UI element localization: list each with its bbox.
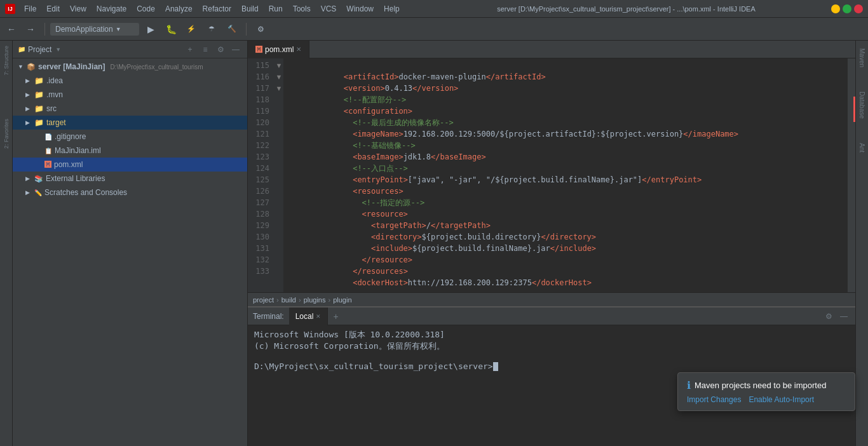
breadcrumb-sep-3: › [328,296,330,304]
maximize-button[interactable] [843,4,851,13]
server-icon: 📦 [27,63,36,71]
menu-refactor[interactable]: Refactor [198,2,236,16]
tab-pom-xml[interactable]: 🅼 pom.xml ✕ [248,41,309,58]
menu-navigate[interactable]: Navigate [92,2,132,16]
toolbar-separator-2 [246,23,247,36]
terminal-minimize-button[interactable]: — [837,310,850,323]
tree-target-arrow: ▶ [25,119,32,126]
tree-iml-file[interactable]: ▶ 📋 MaJinJian.iml [13,144,247,158]
mvn-folder-icon: 📁 [34,90,44,99]
tree-pom-file[interactable]: ▶ 🅼 pom.xml [13,158,247,172]
breadcrumb-project[interactable]: project [253,296,274,304]
terminal-prompt[interactable]: D:\MyProject\sx_cultrual_tourism_project… [254,362,849,371]
tree-root-path: D:\MyProject\sx_cultrual_tourism [110,64,203,71]
menu-bar: File Edit View Navigate Code Analyze Ref… [19,2,421,16]
terminal-settings-button[interactable]: ⚙ [822,310,835,323]
iml-icon: 📋 [44,147,52,154]
extlib-icon: 📚 [34,175,43,183]
pom-icon: 🅼 [44,161,51,168]
collapse-all-button[interactable]: ≡ [199,43,212,56]
breadcrumb-sep-2: › [299,296,301,304]
terminal-header: Terminal: Local ✕ + ⚙ — [248,307,855,325]
run-config-label: DemoApplication [55,25,113,34]
breadcrumb-plugins[interactable]: plugins [304,296,326,304]
tab-pom-label: pom.xml [265,45,294,54]
notification-title: Maven projects need to be imported [695,381,826,390]
tree-extlib-label: External Libraries [46,174,105,183]
code-gutter: ▼ ▼ ▼ [275,58,283,292]
ant-panel-btn[interactable]: Ant [857,138,867,158]
tree-src-folder[interactable]: ▶ 📁 src [13,102,247,116]
code-content[interactable]: <artifactId>docker-maven-plugin</artifac… [283,58,848,292]
debug-button[interactable]: 🐛 [162,20,180,38]
tree-mvn-folder[interactable]: ▶ 📁 .mvn [13,88,247,102]
breadcrumb-sep-1: › [276,296,279,304]
notification-links: Import Changes Enable Auto-Import [687,395,846,404]
structure-panel-btn[interactable]: 7: Structure [2,43,11,78]
menu-help[interactable]: Help [379,2,405,16]
add-terminal-button[interactable]: + [330,311,341,321]
enable-auto-import-link[interactable]: Enable Auto-Import [749,395,814,404]
code-editor[interactable]: 115 116 117 118 119 120 121 122 123 124 … [248,58,855,292]
tree-idea-folder[interactable]: ▶ 📁 .idea [13,74,247,88]
tree-src-arrow: ▶ [25,105,32,112]
menu-window[interactable]: Window [341,2,379,16]
terminal-line-3 [254,352,849,362]
menu-view[interactable]: View [65,2,92,16]
back-button[interactable]: ← [3,20,20,38]
line-numbers: 115 116 117 118 119 120 121 122 123 124 … [248,58,275,292]
terminal-line-2: (c) Microsoft Corporation。保留所有权利。 [254,341,849,352]
menu-tools[interactable]: Tools [288,2,316,16]
breadcrumb-build[interactable]: build [281,296,296,304]
run-config-selector[interactable]: DemoApplication ▼ [50,23,139,36]
menu-code[interactable]: Code [132,2,160,16]
menu-vcs[interactable]: VCS [316,2,342,16]
tree-gitignore[interactable]: ▶ 📄 .gitignore [13,130,247,144]
tree-root-arrow: ▼ [18,64,24,70]
gitignore-icon: 📄 [44,133,52,140]
settings-button[interactable]: ⚙ [252,20,269,38]
close-button[interactable] [854,4,863,13]
menu-build[interactable]: Build [236,2,264,16]
structure-panel: 7: Structure 2: Favorites [0,41,13,446]
idea-folder-icon: 📁 [34,76,44,85]
maven-notification: ℹ Maven projects need to be imported Imp… [677,372,855,411]
import-changes-link[interactable]: Import Changes [687,395,741,404]
database-panel-btn[interactable]: Database [857,86,867,124]
build-button[interactable]: 🔨 [223,20,241,38]
coverage-button[interactable]: ☂ [203,20,220,38]
panel-title-dropdown[interactable]: ▼ [55,46,61,53]
terminal-tab-local[interactable]: Local ✕ [289,307,329,325]
title-bar: IJ File Edit View Navigate Code Analyze … [0,0,868,18]
favorites-panel-btn[interactable]: 2: Favorites [2,116,11,151]
panel-minimize-button[interactable]: — [229,43,242,56]
menu-edit[interactable]: Edit [41,2,65,16]
panel-settings-button[interactable]: ⚙ [214,43,227,56]
file-tree: ▼ 📦 server [MaJinJian] D:\MyProject\sx_c… [13,58,247,446]
terminal-tab-label: Local [295,312,314,321]
tree-root-label: server [MaJinJian] [38,62,105,71]
minimize-button[interactable] [831,4,840,13]
profile-button[interactable]: ⚡ [182,20,200,38]
breadcrumb-plugin[interactable]: plugin [333,296,351,304]
tree-gitignore-label: .gitignore [55,132,86,141]
menu-run[interactable]: Run [264,2,288,16]
terminal-tab-close[interactable]: ✕ [316,313,321,320]
tree-external-libraries[interactable]: ▶ 📚 External Libraries [13,172,247,186]
tab-pom-icon: 🅼 [255,46,262,53]
editor-tabs: 🅼 pom.xml ✕ [248,41,855,58]
menu-file[interactable]: File [19,2,41,16]
tree-root[interactable]: ▼ 📦 server [MaJinJian] D:\MyProject\sx_c… [13,60,247,74]
tree-target-folder[interactable]: ▶ 📁 target [13,116,247,130]
tree-scratches[interactable]: ▶ ✏️ Scratches and Consoles [13,186,247,199]
maven-panel-btn[interactable]: Maven [857,43,867,72]
menu-analyze[interactable]: Analyze [160,2,198,16]
tab-close-icon[interactable]: ✕ [296,46,301,53]
run-button[interactable]: ▶ [142,20,159,38]
tree-extlib-arrow: ▶ [25,175,32,182]
nav-toolbar-section: ← → [3,20,39,38]
tree-idea-label: .idea [46,76,63,85]
project-panel-icon: 📁 [18,46,25,53]
new-file-button[interactable]: + [184,43,196,56]
forward-button[interactable]: → [22,20,39,38]
